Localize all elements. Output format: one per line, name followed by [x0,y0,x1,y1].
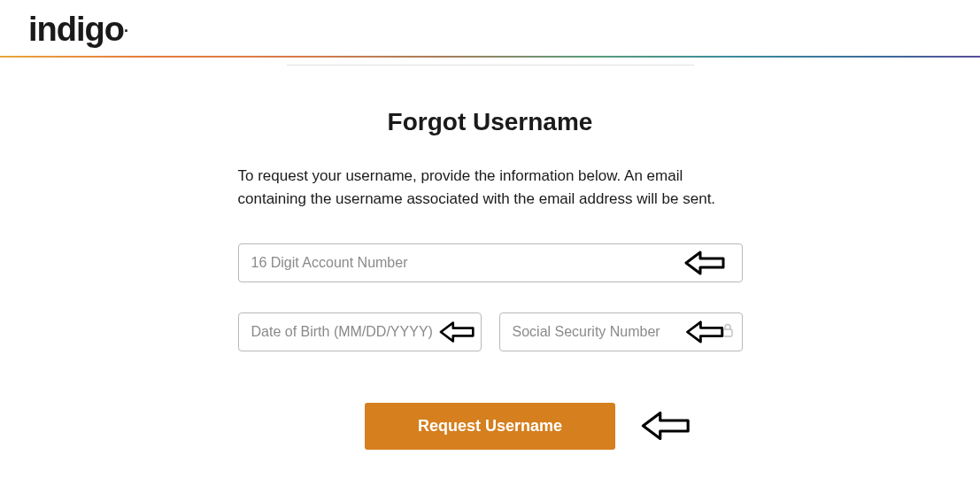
brand-logo: indigo. [28,11,124,49]
subtle-divider [287,65,694,66]
ssn-input[interactable] [499,312,743,351]
brand-name: indigo [28,11,124,48]
annotation-arrow-icon [641,409,692,443]
request-username-button[interactable]: Request Username [365,403,615,450]
ssn-field-wrap [499,312,743,351]
header-divider [0,56,980,58]
header: indigo. [0,0,980,56]
main-content: Forgot Username To request your username… [238,65,743,450]
dob-field-wrap [238,312,482,351]
submit-row: Request Username [238,403,743,450]
account-number-input[interactable] [238,243,743,282]
dob-ssn-row [238,312,743,351]
page-title: Forgot Username [238,108,743,136]
instruction-text: To request your username, provide the in… [238,165,743,212]
dob-input[interactable] [238,312,482,351]
brand-dot-icon: . [124,18,127,36]
account-number-row [238,243,743,282]
